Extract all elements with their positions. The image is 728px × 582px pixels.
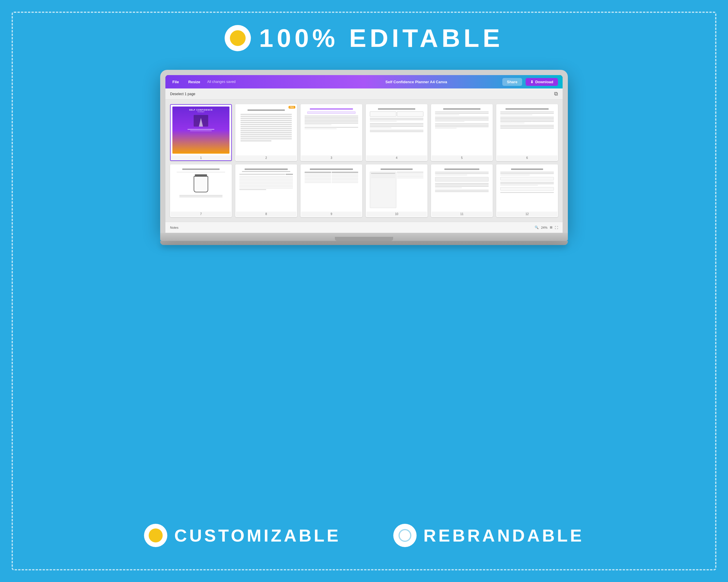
line: [240, 114, 292, 115]
page-number-5: 5: [432, 156, 492, 160]
line: [240, 140, 271, 141]
page-item-3[interactable]: 3: [301, 104, 362, 161]
line: [240, 138, 292, 139]
line: [240, 134, 292, 135]
page-item-12[interactable]: 12: [496, 164, 558, 217]
page-thumbnail-3: [301, 105, 362, 156]
file-button[interactable]: File: [170, 79, 181, 85]
sub-toolbar: Deselect 1 page ⧉: [165, 88, 563, 100]
page-number-1: 1: [171, 156, 231, 160]
deselect-label[interactable]: Deselect 1 page: [170, 92, 196, 96]
line: [240, 120, 292, 121]
page-thumbnail-12: [497, 165, 557, 212]
line: [240, 126, 292, 127]
page-item-2[interactable]: PRO: [235, 104, 297, 161]
page-thumbnail-7: [171, 165, 231, 212]
page-thumbnail-6: [497, 105, 557, 156]
thumb-title-2: [248, 109, 285, 111]
page-thumbnail-9: [301, 165, 362, 212]
notes-label[interactable]: Notes: [170, 226, 179, 229]
laptop-base: [160, 233, 568, 241]
line: [240, 124, 292, 125]
page-thumbnail-8: [236, 165, 296, 212]
toolbar-title: Self Confidence Planner A4 Canva: [336, 80, 496, 84]
page-thumbnail-2: PRO: [236, 105, 296, 156]
page-number-6: 6: [497, 156, 557, 160]
page-thumbnail-5: [432, 105, 492, 156]
zoom-controls: 🔍 24% ⊞ ⛶: [535, 225, 558, 229]
customizable-badge: CUSTOMIZABLE: [144, 524, 341, 547]
customizable-badge-circle: [144, 524, 167, 547]
cover-subtitle: PLANNER: [198, 111, 204, 113]
toolbar-left: File Resize All changes saved: [170, 79, 330, 85]
line: [240, 132, 292, 133]
line: [240, 118, 292, 119]
pages-grid: SELF CONFIDENCE PLANNER 1: [165, 100, 563, 222]
copy-icon[interactable]: ⧉: [554, 91, 558, 97]
page-number-8: 8: [236, 212, 296, 217]
laptop-stand: [160, 241, 568, 245]
page-item-5[interactable]: 5: [431, 104, 493, 161]
page-number-11: 11: [432, 212, 492, 217]
bottom-toolbar: Notes 🔍 24% ⊞ ⛶: [165, 222, 563, 233]
page-thumbnail-4: [366, 105, 427, 156]
page-number-7: 7: [171, 212, 231, 217]
rebrandable-label: REBRANDABLE: [423, 526, 584, 546]
line: [240, 128, 292, 129]
resize-button[interactable]: Resize: [186, 79, 202, 85]
cover-thumb: SELF CONFIDENCE PLANNER: [173, 107, 230, 154]
download-button[interactable]: ⬇ Download: [526, 78, 558, 86]
customizable-badge-inner: [149, 528, 163, 543]
page-item-1[interactable]: SELF CONFIDENCE PLANNER 1: [170, 104, 232, 161]
page-number-2: 2: [236, 156, 296, 160]
rebrandable-badge-circle: [393, 524, 416, 547]
download-icon: ⬇: [530, 80, 534, 84]
fullscreen-icon[interactable]: ⛶: [555, 226, 558, 229]
page-number-12: 12: [497, 212, 557, 217]
page-number-9: 9: [301, 212, 362, 217]
zoom-level: 24%: [541, 226, 547, 229]
line: [240, 122, 292, 123]
top-badge: 100% EDITABLE: [225, 23, 503, 53]
page-item-8[interactable]: 8: [235, 164, 297, 217]
bottom-badges: CUSTOMIZABLE REBRANDABLE: [144, 524, 584, 547]
cover-image: [193, 115, 208, 127]
laptop: File Resize All changes saved Self Confi…: [160, 70, 568, 245]
page-thumbnail-10: [366, 165, 427, 212]
line: [240, 136, 292, 137]
page-number-4: 4: [366, 156, 427, 160]
pro-badge-2: PRO: [289, 106, 295, 109]
customizable-label: CUSTOMIZABLE: [175, 526, 341, 546]
page-item-9[interactable]: 9: [301, 164, 362, 217]
cover-title: SELF CONFIDENCE: [189, 109, 213, 111]
page-item-7[interactable]: 7: [170, 164, 232, 217]
page-item-10[interactable]: 10: [366, 164, 427, 217]
line: [240, 116, 292, 117]
zoom-out-icon[interactable]: 🔍: [535, 225, 539, 229]
top-badge-circle: [225, 25, 251, 51]
page-thumbnail-11: [432, 165, 492, 212]
rebrandable-badge-inner: [398, 529, 411, 542]
laptop-screen: File Resize All changes saved Self Confi…: [165, 75, 563, 233]
save-status: All changes saved: [207, 80, 236, 84]
page-item-4[interactable]: 4: [366, 104, 427, 161]
editable-label: 100% EDITABLE: [259, 23, 503, 53]
page-thumbnail-1: SELF CONFIDENCE PLANNER: [171, 105, 231, 156]
line: [240, 130, 292, 131]
rebrandable-badge: REBRANDABLE: [393, 524, 584, 547]
toolbar-right: Share ⬇ Download: [502, 78, 558, 86]
share-button[interactable]: Share: [502, 78, 522, 86]
thumb-lines-2: [239, 113, 293, 151]
download-label: Download: [535, 80, 553, 84]
page-item-6[interactable]: 6: [496, 104, 558, 161]
canva-toolbar: File Resize All changes saved Self Confi…: [165, 75, 563, 88]
page-item-11[interactable]: 11: [431, 164, 493, 217]
grid-icon[interactable]: ⊞: [550, 225, 552, 229]
laptop-body: File Resize All changes saved Self Confi…: [160, 70, 568, 233]
page-number-3: 3: [301, 156, 362, 160]
top-badge-inner: [230, 30, 246, 46]
page-number-10: 10: [366, 212, 427, 217]
